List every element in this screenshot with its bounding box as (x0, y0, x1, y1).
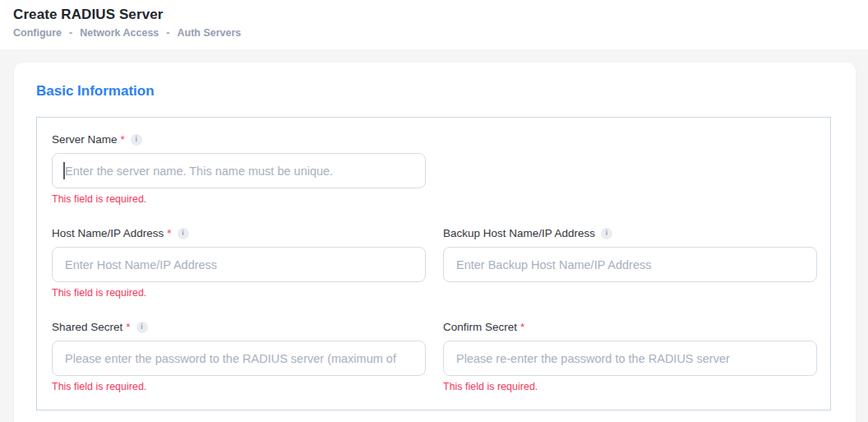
host-input-wrap (52, 247, 426, 282)
section-heading-basic-information: Basic Information (36, 83, 831, 100)
shared-secret-label: Shared Secret (52, 320, 122, 334)
host-label-row: Host Name/IP Address * i (52, 226, 426, 240)
backup-host-field: Backup Host Name/IP Address i (443, 226, 817, 299)
confirm-secret-input-wrap (443, 341, 817, 376)
info-icon[interactable]: i (178, 228, 189, 239)
form-row-2: Host Name/IP Address * i This field is r… (52, 226, 815, 299)
create-radius-server-card: Basic Information Server Name * i This f… (14, 63, 856, 422)
info-icon[interactable]: i (131, 134, 142, 146)
basic-information-fieldset: Server Name * i This field is required. (36, 117, 831, 410)
host-error: This field is required. (52, 288, 426, 299)
breadcrumb-item-configure[interactable]: Configure (13, 27, 62, 39)
shared-secret-label-row: Shared Secret * i (52, 320, 426, 334)
confirm-secret-label: Confirm Secret (443, 320, 517, 334)
row-1-spacer (443, 132, 817, 205)
backup-host-label-row: Backup Host Name/IP Address i (443, 226, 817, 240)
breadcrumb-separator: - (69, 27, 72, 39)
shared-secret-field: Shared Secret * i This field is required… (52, 320, 426, 392)
server-name-label-row: Server Name * i (52, 132, 426, 146)
required-asterisk: * (121, 132, 125, 146)
server-name-field: Server Name * i This field is required. (52, 132, 426, 205)
required-asterisk: * (167, 226, 171, 240)
breadcrumb-separator: - (166, 27, 169, 39)
backup-host-input[interactable] (443, 247, 817, 282)
backup-host-label: Backup Host Name/IP Address (443, 226, 595, 240)
server-name-label: Server Name (52, 132, 118, 146)
breadcrumb-item-auth-servers[interactable]: Auth Servers (178, 27, 242, 39)
host-input[interactable] (52, 247, 426, 282)
host-field: Host Name/IP Address * i This field is r… (52, 226, 426, 299)
form-row-3: Shared Secret * i This field is required… (52, 320, 815, 392)
server-name-input[interactable] (52, 153, 426, 188)
shared-secret-error: This field is required. (52, 382, 426, 392)
info-icon[interactable]: i (601, 228, 612, 239)
text-caret (63, 162, 65, 179)
required-asterisk: * (520, 320, 524, 334)
form-row-1: Server Name * i This field is required. (52, 132, 815, 205)
server-name-error: This field is required. (52, 194, 426, 205)
server-name-input-wrap (52, 153, 426, 188)
breadcrumb-item-network-access[interactable]: Network Access (80, 27, 159, 39)
backup-host-input-wrap (443, 247, 817, 282)
breadcrumb: Configure - Network Access - Auth Server… (13, 27, 855, 39)
confirm-secret-label-row: Confirm Secret * (443, 320, 817, 334)
host-label: Host Name/IP Address (52, 226, 164, 240)
confirm-secret-error: This field is required. (443, 382, 817, 392)
shared-secret-input-wrap (52, 341, 426, 376)
required-asterisk: * (126, 320, 130, 334)
info-icon[interactable]: i (136, 322, 148, 333)
content-area: Basic Information Server Name * i This f… (0, 49, 868, 422)
confirm-secret-field: Confirm Secret * This field is required. (443, 320, 817, 392)
page-header: Create RADIUS Server Configure - Network… (0, 0, 868, 49)
confirm-secret-input[interactable] (443, 341, 817, 376)
shared-secret-input[interactable] (52, 341, 426, 376)
page-title: Create RADIUS Server (13, 7, 855, 23)
